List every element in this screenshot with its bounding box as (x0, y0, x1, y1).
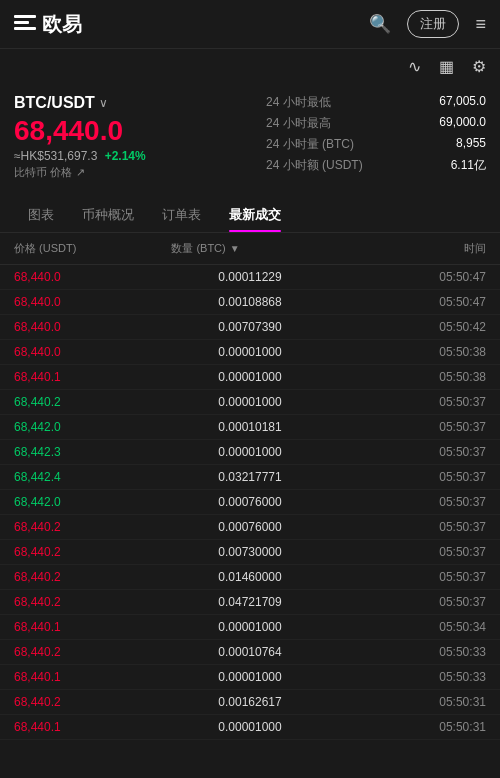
sub-header: ∿ ▦ ⚙ (0, 49, 500, 84)
logo-text: 欧易 (42, 11, 82, 38)
register-button[interactable]: 注册 (407, 10, 459, 38)
pair-name: BTC/USDT (14, 94, 95, 112)
trade-price: 68,440.0 (14, 295, 171, 309)
trades-header: 价格 (USDT) 数量 (BTC) ▼ 时间 (0, 233, 500, 265)
trade-time: 05:50:37 (329, 545, 486, 559)
trade-time: 05:50:31 (329, 720, 486, 734)
trade-row: 68,440.2 0.01460000 05:50:37 (0, 565, 500, 590)
gear-icon[interactable]: ⚙ (472, 57, 486, 76)
trade-price: 68,440.1 (14, 370, 171, 384)
trade-price: 68,442.0 (14, 420, 171, 434)
trade-row: 68,440.1 0.00001000 05:50:34 (0, 615, 500, 640)
market-left: BTC/USDT ∨ 68,440.0 ≈HK$531,697.3 +2.14%… (14, 94, 266, 180)
trade-qty: 0.01460000 (171, 570, 328, 584)
trade-price: 68,442.4 (14, 470, 171, 484)
price-column-header: 价格 (USDT) (14, 241, 171, 256)
trade-qty: 0.00162617 (171, 695, 328, 709)
stat-row: 24 小时最高69,000.0 (266, 115, 486, 132)
trade-qty: 0.00001000 (171, 345, 328, 359)
time-column-header: 时间 (329, 241, 486, 256)
trade-row: 68,440.0 0.00011229 05:50:47 (0, 265, 500, 290)
stat-label: 24 小时最低 (266, 94, 331, 111)
price-label: 比特币 价格 ↗ (14, 165, 266, 180)
trade-qty: 0.00001000 (171, 720, 328, 734)
stat-row: 24 小时量 (BTC)8,955 (266, 136, 486, 153)
trade-time: 05:50:37 (329, 520, 486, 534)
trade-price: 68,440.0 (14, 345, 171, 359)
trade-row: 68,440.2 0.00162617 05:50:31 (0, 690, 500, 715)
trade-row: 68,440.2 0.00001000 05:50:37 (0, 390, 500, 415)
trade-qty: 0.00001000 (171, 620, 328, 634)
trade-time: 05:50:33 (329, 670, 486, 684)
trade-price: 68,440.0 (14, 270, 171, 284)
tab-trades[interactable]: 最新成交 (215, 196, 295, 232)
trade-row: 68,440.1 0.00001000 05:50:38 (0, 365, 500, 390)
trade-price: 68,440.2 (14, 570, 171, 584)
tab-overview[interactable]: 币种概况 (68, 196, 148, 232)
price-change: +2.14% (105, 149, 146, 163)
trade-time: 05:50:31 (329, 695, 486, 709)
search-icon[interactable]: 🔍 (369, 13, 391, 35)
trade-qty: 0.00001000 (171, 670, 328, 684)
trade-price: 68,442.3 (14, 445, 171, 459)
trade-time: 05:50:38 (329, 345, 486, 359)
trade-qty: 0.03217771 (171, 470, 328, 484)
tabs-row: 图表币种概况订单表最新成交 (0, 196, 500, 233)
trade-row: 68,440.2 0.00730000 05:50:37 (0, 540, 500, 565)
trade-row: 68,440.0 0.00108868 05:50:47 (0, 290, 500, 315)
menu-icon[interactable]: ≡ (475, 14, 486, 35)
trade-qty: 0.00001000 (171, 445, 328, 459)
trade-qty: 0.00001000 (171, 370, 328, 384)
stat-value: 67,005.0 (439, 94, 486, 111)
stat-value: 8,955 (456, 136, 486, 153)
trade-qty: 0.00010764 (171, 645, 328, 659)
trade-row: 68,440.1 0.00001000 05:50:33 (0, 665, 500, 690)
trade-price: 68,440.2 (14, 645, 171, 659)
stat-row: 24 小时额 (USDT)6.11亿 (266, 157, 486, 174)
trade-qty: 0.04721709 (171, 595, 328, 609)
tab-chart[interactable]: 图表 (14, 196, 68, 232)
market-info: BTC/USDT ∨ 68,440.0 ≈HK$531,697.3 +2.14%… (0, 84, 500, 190)
trade-time: 05:50:34 (329, 620, 486, 634)
trade-qty: 0.00707390 (171, 320, 328, 334)
filter-icon[interactable]: ▼ (230, 243, 240, 254)
qty-column-header: 数量 (BTC) ▼ (171, 241, 328, 256)
grid-icon[interactable]: ▦ (439, 57, 454, 76)
external-link-icon[interactable]: ↗ (76, 166, 85, 179)
trade-row: 68,440.0 0.00001000 05:50:38 (0, 340, 500, 365)
trade-time: 05:50:37 (329, 445, 486, 459)
market-right: 24 小时最低67,005.024 小时最高69,000.024 小时量 (BT… (266, 94, 486, 180)
trade-row: 68,442.4 0.03217771 05:50:37 (0, 465, 500, 490)
price-main: 68,440.0 (14, 116, 266, 147)
trade-time: 05:50:37 (329, 495, 486, 509)
logo-icon (14, 15, 36, 33)
trade-qty: 0.00730000 (171, 545, 328, 559)
trade-row: 68,440.2 0.00010764 05:50:33 (0, 640, 500, 665)
trade-row: 68,442.0 0.00010181 05:50:37 (0, 415, 500, 440)
tab-orders[interactable]: 订单表 (148, 196, 215, 232)
trade-price: 68,440.2 (14, 545, 171, 559)
trade-price: 68,442.0 (14, 495, 171, 509)
trade-row: 68,440.2 0.00076000 05:50:37 (0, 515, 500, 540)
trade-time: 05:50:47 (329, 270, 486, 284)
price-hk: ≈HK$531,697.3 +2.14% (14, 149, 266, 163)
trade-qty: 0.00011229 (171, 270, 328, 284)
trade-qty: 0.00001000 (171, 395, 328, 409)
trade-row: 68,440.0 0.00707390 05:50:42 (0, 315, 500, 340)
trade-time: 05:50:37 (329, 570, 486, 584)
trade-time: 05:50:38 (329, 370, 486, 384)
trade-qty: 0.00076000 (171, 495, 328, 509)
stat-value: 69,000.0 (439, 115, 486, 132)
header-right: 🔍 注册 ≡ (369, 10, 486, 38)
trade-row: 68,440.2 0.04721709 05:50:37 (0, 590, 500, 615)
trade-qty: 0.00108868 (171, 295, 328, 309)
price-hk-value: ≈HK$531,697.3 (14, 149, 97, 163)
pair-dropdown-icon[interactable]: ∨ (99, 96, 108, 110)
trade-row: 68,442.0 0.00076000 05:50:37 (0, 490, 500, 515)
stat-label: 24 小时量 (BTC) (266, 136, 354, 153)
trade-time: 05:50:37 (329, 595, 486, 609)
chart-icon[interactable]: ∿ (408, 57, 421, 76)
stat-label: 24 小时额 (USDT) (266, 157, 363, 174)
trade-time: 05:50:42 (329, 320, 486, 334)
trade-qty: 0.00010181 (171, 420, 328, 434)
